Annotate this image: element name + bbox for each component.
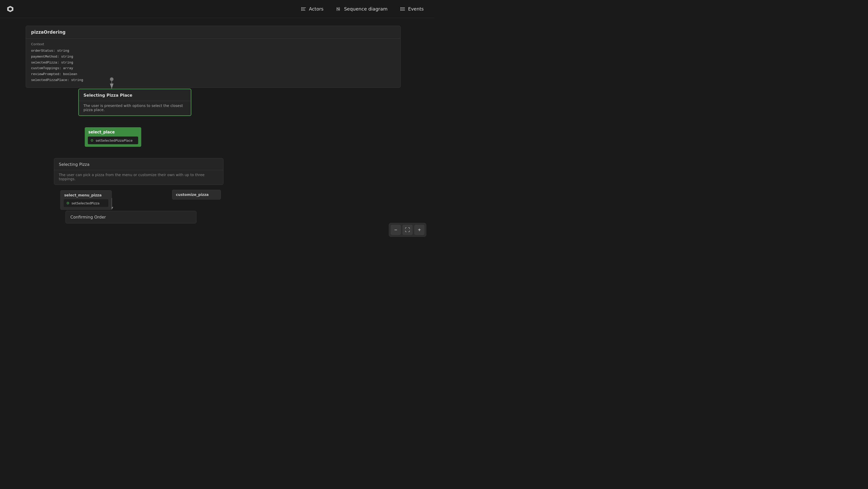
events-label: Events [408,6,424,11]
machine-title: pizzaOrdering [31,30,65,35]
action-customize-pizza-name: customize_pizza [176,193,217,197]
action-select-menu-pizza[interactable]: select_menu_pizza ⚙ setSelectedPizza [60,190,112,210]
state-selecting-pizza-place[interactable]: Selecting Pizza Place The user is presen… [78,89,191,116]
action-select-menu-pizza-name: select_menu_pizza [64,193,108,197]
action-select-menu-pizza-effect: ⚙ setSelectedPizza [64,199,108,207]
main-canvas: pizzaOrdering Context orderStatus: strin… [0,18,434,244]
svg-rect-14 [400,7,401,8]
nav-actors[interactable]: Actors [301,6,323,11]
svg-rect-15 [400,8,401,9]
zoom-in-button[interactable]: + [414,225,425,235]
events-icon [400,6,405,11]
effect-icon-set-pizza: ⚙ [66,201,70,205]
svg-rect-3 [301,7,302,8]
diagram-area: Selecting Pizza Place The user is presen… [26,77,401,244]
actors-label: Actors [309,6,323,11]
svg-rect-5 [301,10,302,11]
fit-button[interactable]: ⛶ [402,225,413,235]
sequence-icon [336,6,342,11]
context-field-1: paymentMethod: string [31,54,395,60]
svg-rect-16 [400,10,401,11]
header: Actors Sequence diagram [0,0,434,18]
state-confirming-order[interactable]: Confirming Order [65,211,196,223]
svg-rect-7 [338,7,338,11]
state-title-selecting-pizza-place: Selecting Pizza Place [79,89,191,101]
sequence-label: Sequence diagram [344,6,388,11]
effect-name-select-place: setSelectedPizzaPlace [96,139,133,142]
state-selecting-pizza[interactable]: Selecting Pizza The user can pick a pizz… [54,158,223,185]
nav-events[interactable]: Events [400,6,424,11]
zoom-controls: − ⛶ + [389,223,426,237]
effect-name-set-pizza: setSelectedPizza [72,201,100,205]
context-field-3: customToppings: array [31,65,395,71]
state-desc-selecting-pizza-place: The user is presented with options to se… [79,101,191,115]
context-field-2: selectedPizza: string [31,60,395,66]
context-label: Context [31,42,395,46]
nav-sequence[interactable]: Sequence diagram [336,6,388,11]
svg-rect-1 [302,9,305,9]
context-field-4: reviewPrompted: boolean [31,71,395,77]
machine-title-bar: pizzaOrdering [26,26,400,38]
nav-items: Actors Sequence diagram [301,6,424,11]
state-title-selecting-pizza: Selecting Pizza [54,159,223,170]
action-select-place[interactable]: select_place ⚙ setSelectedPizzaPlace [85,127,141,147]
svg-rect-4 [301,8,302,9]
start-icon [110,78,114,82]
svg-rect-0 [302,7,306,8]
svg-rect-11 [401,7,405,8]
svg-rect-13 [401,10,405,10]
context-field-0: orderStatus: string [31,48,395,54]
state-desc-selecting-pizza: The user can pick a pizza from the menu … [54,170,223,184]
action-select-place-effect: ⚙ setSelectedPizzaPlace [88,137,138,144]
app-logo[interactable] [5,4,16,14]
svg-rect-8 [339,7,340,11]
zoom-out-button[interactable]: − [391,225,401,235]
svg-rect-6 [337,7,337,11]
effect-icon-select-place: ⚙ [90,138,94,142]
state-title-confirming-order: Confirming Order [70,215,192,220]
actors-icon [301,6,306,11]
action-select-place-name: select_place [88,130,138,135]
svg-rect-12 [401,9,405,9]
action-customize-pizza[interactable]: customize_pizza [172,190,221,200]
svg-rect-2 [302,10,305,10]
